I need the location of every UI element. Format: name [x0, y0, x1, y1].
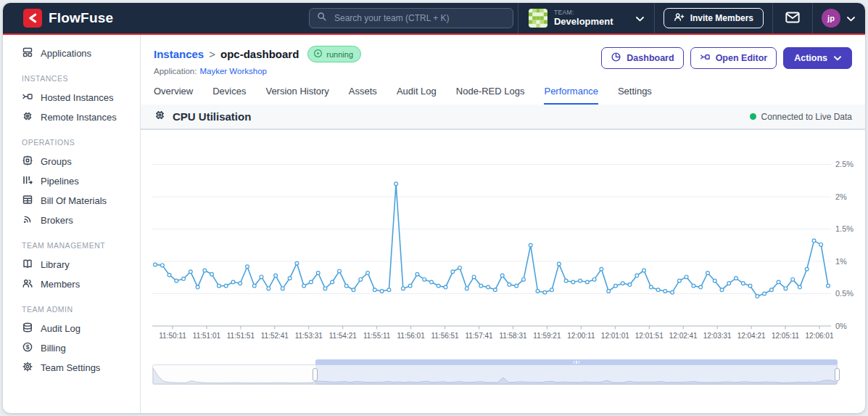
team-selector[interactable]: TEAM: Development	[518, 9, 654, 28]
svg-text:11:59:21: 11:59:21	[533, 332, 561, 340]
sidebar-item-bill-of-materials[interactable]: Bill Of Materials	[3, 191, 140, 211]
top-navbar: FlowFuse	[3, 3, 865, 35]
tab-performance[interactable]: Performance	[544, 86, 598, 105]
breadcrumb-instances-link[interactable]: Instances	[154, 48, 204, 60]
dashboard-button-label: Dashboard	[627, 53, 674, 63]
tab-version-history[interactable]: Version History	[265, 86, 328, 105]
svg-text:11:56:51: 11:56:51	[431, 332, 459, 340]
live-status-label: Connected to Live Data	[761, 112, 852, 122]
sidebar-item-library[interactable]: Library	[3, 255, 140, 274]
tab-assets[interactable]: Assets	[349, 86, 377, 105]
sidebar-item-label: Library	[41, 259, 70, 270]
breadcrumb-separator: >	[209, 48, 215, 60]
members-icon	[22, 277, 33, 291]
actions-button[interactable]: Actions	[783, 47, 852, 69]
chevron-down-icon	[847, 12, 855, 25]
sidebar-item-label: Brokers	[41, 215, 73, 226]
sidebar-item-team-settings[interactable]: Team Settings	[3, 358, 140, 378]
sidebar-item-hosted-instances[interactable]: Hosted Instances	[3, 88, 140, 107]
remote-instances-icon	[22, 110, 33, 124]
sidebar-item-groups[interactable]: Groups	[3, 152, 140, 171]
user-menu[interactable]: jp	[813, 9, 865, 28]
applications-icon	[22, 46, 33, 60]
sidebar-item-label: Groups	[41, 156, 72, 167]
notifications-mail-button[interactable]	[773, 12, 812, 25]
sidebar-item-label: Hosted Instances	[41, 92, 113, 103]
bill-of-materials-icon	[22, 194, 33, 208]
sidebar-item-pipelines[interactable]: Pipelines	[3, 171, 140, 191]
tab-audit-log[interactable]: Audit Log	[397, 86, 437, 105]
brush-drag-grip[interactable]	[315, 359, 838, 364]
actions-button-label: Actions	[794, 53, 827, 63]
tab-devices[interactable]: Devices	[212, 86, 246, 105]
instance-name: opc-dashboard	[220, 48, 299, 60]
sidebar-item-billing[interactable]: $ Billing	[3, 338, 140, 358]
svg-text:0%: 0%	[835, 322, 847, 330]
sidebar-item-label: Billing	[41, 343, 66, 354]
sidebar-item-label: Pipelines	[41, 176, 79, 187]
chevron-down-icon	[636, 12, 644, 25]
tab-overview[interactable]: Overview	[154, 86, 193, 105]
team-texts: TEAM: Development	[554, 9, 613, 27]
chart-title: CPU Utilisation	[173, 110, 251, 123]
flowfuse-logo-icon	[23, 9, 42, 28]
brush-selection[interactable]	[315, 359, 838, 385]
svg-text:0.5%: 0.5%	[835, 289, 853, 298]
svg-text:11:51:01: 11:51:01	[193, 332, 221, 340]
svg-text:12:02:41: 12:02:41	[669, 332, 698, 340]
sidebar-item-applications[interactable]: Applications	[3, 44, 140, 63]
svg-text:11:58:31: 11:58:31	[499, 332, 527, 340]
node-editor-icon	[700, 52, 711, 65]
sidebar-item-label: Members	[41, 279, 80, 290]
live-dot-icon	[750, 113, 756, 120]
main-content: Instances > opc-dashboard running Applic…	[141, 35, 865, 413]
brush-handle-right[interactable]	[835, 368, 840, 381]
chart-range-brush[interactable]	[152, 359, 838, 385]
database-icon	[22, 322, 33, 335]
tab-node-red-logs[interactable]: Node-RED Logs	[456, 86, 525, 105]
svg-text:12:01:01: 12:01:01	[601, 332, 629, 340]
sidebar-item-audit-log[interactable]: Audit Log	[3, 319, 140, 338]
sidebar-heading-team-management: TEAM MANAGEMENT	[3, 230, 140, 255]
breadcrumb: Instances > opc-dashboard running	[154, 46, 361, 62]
team-search[interactable]	[309, 8, 513, 28]
search-input[interactable]	[333, 12, 505, 24]
sidebar-item-label: Team Settings	[41, 362, 100, 373]
open-editor-button[interactable]: Open Editor	[690, 47, 777, 69]
mail-icon	[785, 12, 800, 25]
team-avatar	[529, 9, 547, 28]
sidebar-heading-operations: OPERATIONS	[3, 127, 140, 152]
svg-text:11:50:11: 11:50:11	[159, 332, 186, 340]
user-avatar: jp	[822, 9, 840, 28]
instance-tabs: Overview Devices Version History Assets …	[154, 86, 865, 105]
flowfuse-home-link[interactable]: FlowFuse	[23, 9, 113, 28]
application-line: Application:Mayker Workshop	[154, 67, 361, 76]
svg-text:12:06:01: 12:06:01	[806, 332, 834, 340]
application-label: Application:	[154, 67, 197, 76]
cpu-chip-icon	[154, 109, 166, 124]
cpu-utilisation-chart[interactable]: 0%0.5%1%1.5%2%2.5%11:50:1111:51:0111:51:…	[152, 134, 852, 346]
status-badge-label: running	[326, 50, 353, 59]
svg-text:12:05:11: 12:05:11	[772, 332, 800, 340]
sidebar-item-remote-instances[interactable]: Remote Instances	[3, 107, 140, 127]
status-badge: running	[307, 46, 361, 62]
svg-text:12:04:21: 12:04:21	[737, 332, 766, 340]
brush-handle-left[interactable]	[313, 368, 318, 381]
svg-text:11:54:21: 11:54:21	[329, 332, 357, 340]
application-link[interactable]: Mayker Workshop	[199, 67, 266, 76]
billing-dollar-icon: $	[22, 341, 33, 355]
svg-text:11:55:11: 11:55:11	[363, 332, 391, 340]
svg-text:11:56:01: 11:56:01	[397, 332, 426, 340]
cpu-utilisation-card: CPU Utilisation Connected to Live Data 0…	[141, 105, 865, 385]
sidebar-item-brokers[interactable]: Brokers	[3, 211, 140, 230]
dashboard-button[interactable]: Dashboard	[601, 47, 683, 69]
brokers-icon	[22, 213, 33, 227]
tab-settings[interactable]: Settings	[618, 86, 652, 105]
invite-members-button[interactable]: Invite Members	[664, 8, 764, 28]
svg-text:$: $	[26, 343, 30, 351]
sidebar-item-members[interactable]: Members	[3, 274, 140, 294]
hosted-instances-icon	[22, 91, 33, 105]
navbar-divider	[654, 3, 655, 33]
groups-icon	[22, 155, 33, 168]
sidebar-item-label: Audit Log	[41, 323, 80, 334]
